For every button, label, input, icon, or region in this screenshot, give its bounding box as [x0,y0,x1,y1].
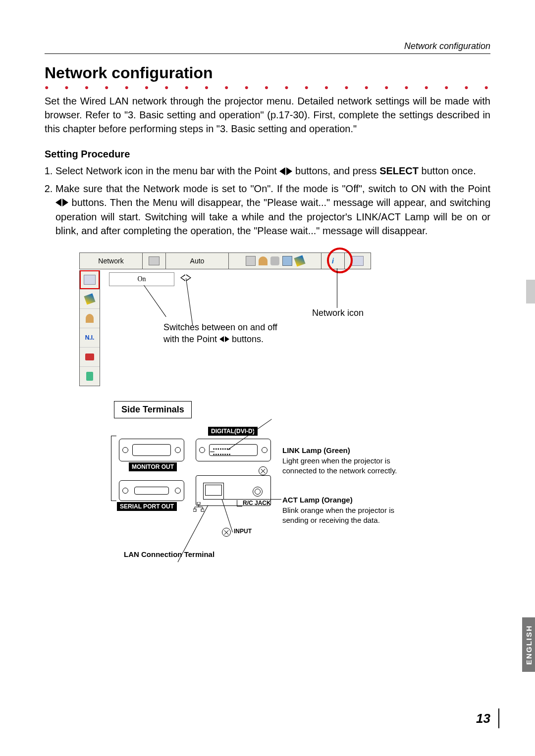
screw-icon [222,528,231,537]
point-arrows-icon [55,196,68,210]
page-number-rule [498,708,499,728]
bracket-icon [237,500,242,506]
step-1-text-b: buttons, and press [295,165,379,176]
side-item-person [80,309,100,328]
title-dots: ● ● ● ● ● ● ● ● ● ● ● ● ● ● ● ● ● ● ● ● … [45,83,490,91]
procedure-list: Select Network icon in the menu bar with… [45,164,490,238]
svg-rect-0 [197,502,200,504]
step-1: Select Network icon in the menu bar with… [55,164,490,179]
side-item-exit [80,367,100,386]
leader-line [337,268,337,308]
language-tab: ENGLISH [522,617,535,672]
side-terminals-title: Side Terminals [114,401,192,418]
lan-symbol-icon [193,502,204,514]
serial-port-out-label: SERIAL PORT OUT [117,502,177,511]
point-arrows-icon [279,165,292,179]
menu-mode-label: Auto [166,253,229,269]
side-item-ni: N.I. [80,328,100,348]
on-value-box: On [109,272,174,286]
header-rule: Network configuration [45,40,490,54]
setting-procedure-heading: Setting Procedure [45,149,490,160]
intro-paragraph: Set the Wired LAN network through the pr… [45,94,490,136]
menu-title-cell: Network [80,253,143,269]
link-lamp-desc: LINK Lamp (Green) Light green when the p… [282,446,401,476]
switch-note: Switches between on and off with the Poi… [163,322,277,345]
side-item-network [80,270,100,290]
link-lamp-body: Light green when the projector is connec… [282,456,401,476]
serial-port [119,480,184,501]
bracket-icon [111,436,116,501]
terminals-figure: Side Terminals ▪▪▪▪▪▪▪▪▪▪▪▪▪▪▪▪ – DIGITA… [114,401,490,589]
leader-line [222,499,281,500]
page-title: Network configuration [45,64,490,82]
network-icon-highlight [327,248,353,273]
svg-rect-5 [193,509,196,511]
menu-iconrow [229,253,321,269]
side-item-plug [80,348,100,367]
input-label: INPUT [234,528,252,535]
monitor-out-label: MONITOR OUT [129,462,177,471]
link-lamp-head: LINK Lamp (Green) [282,446,401,455]
edge-tab-gray [526,280,535,303]
switch-note-c: buttons. [232,334,264,344]
leader-line [186,278,193,325]
step-1-text-c: button once. [422,165,476,176]
select-bold: SELECT [379,165,419,176]
network-icon-label: Network icon [312,308,364,318]
switch-note-a: Switches between on and off [163,322,277,332]
lan-terminal-label: LAN Connection Terminal [124,550,214,559]
language-tab-label: ENGLISH [525,625,533,665]
act-lamp-desc: ACT Lamp (Orange) Blink orange when the … [282,495,401,525]
menu-mode-icon [143,253,166,269]
svg-rect-6 [201,509,204,511]
screw-icon [259,466,268,475]
point-arrows-icon [219,334,229,345]
switch-note-b: with the Point [163,334,219,344]
act-lamp-head: ACT Lamp (Orange) [282,495,401,505]
running-head: Network configuration [404,41,490,51]
dvi-port: ▪▪▪▪▪▪▪▪▪▪▪▪▪▪▪▪ – [196,439,271,461]
step-2: Make sure that the Network mode is set t… [55,182,490,238]
step-2-text-b: buttons. Then the Menu will disappear, t… [55,197,490,237]
step-1-text-a: Select Network icon in the menu bar with… [55,165,279,176]
act-lamp-body: Blink orange when the projector is sendi… [282,505,401,526]
leader-line [144,285,166,317]
rc-jack-label: R/C JACK [243,500,271,506]
menu-figure: Network Auto i N.I. On Network icon [79,252,490,391]
menu-side-column: N.I. [79,270,100,386]
monitor-out-port [119,439,184,461]
page-number: 13 [476,711,490,726]
step-2-text-a: Make sure that the Network mode is set t… [55,183,490,194]
side-item-pen [80,290,100,309]
